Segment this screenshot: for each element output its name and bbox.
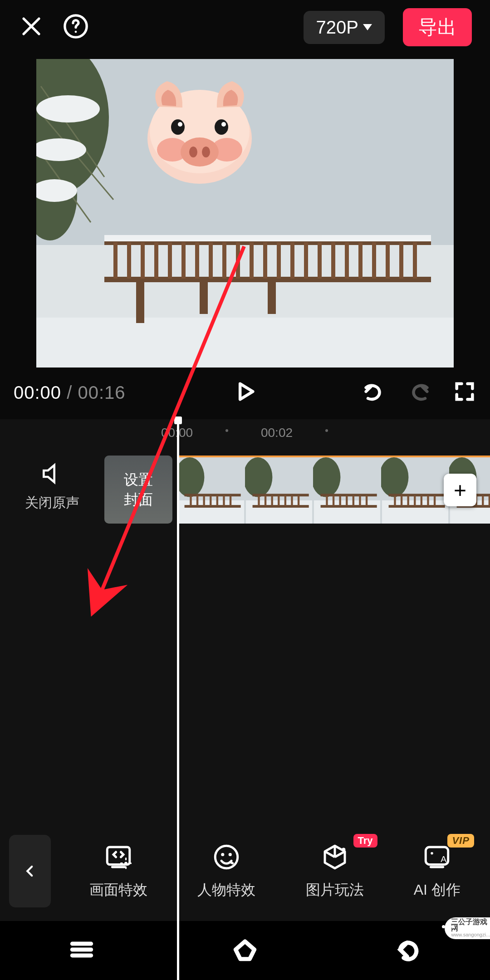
- resolution-button[interactable]: 720P: [304, 11, 385, 44]
- ai-icon: AI: [422, 842, 452, 872]
- svg-rect-68: [253, 505, 309, 508]
- svg-rect-28: [263, 242, 267, 279]
- resolution-label: 720P: [316, 17, 358, 38]
- track-area: 关闭原声 设置封面 +: [0, 456, 490, 546]
- nav-home-button[interactable]: [231, 936, 259, 965]
- ruler-dot: [325, 429, 328, 432]
- svg-rect-32: [318, 242, 322, 279]
- svg-rect-17: [113, 242, 118, 279]
- svg-rect-21: [168, 242, 172, 279]
- svg-point-114: [216, 846, 238, 868]
- svg-rect-108: [482, 496, 484, 506]
- cube-icon: [320, 842, 350, 872]
- effects-toolbar: 画面特效人物特效Try图片玩法VIPAIAI 创作: [0, 821, 490, 921]
- mute-original-audio[interactable]: 关闭原声: [0, 456, 104, 512]
- caret-down-icon: [363, 24, 372, 30]
- svg-rect-73: [284, 496, 286, 506]
- help-icon[interactable]: [63, 13, 89, 41]
- export-button[interactable]: 导出: [403, 8, 472, 46]
- svg-point-45: [171, 119, 185, 135]
- svg-rect-34: [345, 242, 349, 279]
- svg-rect-94: [401, 496, 402, 506]
- preview-content: [36, 59, 454, 368]
- svg-rect-13: [104, 277, 431, 282]
- tool-label: 人物特效: [197, 880, 255, 900]
- svg-point-46: [215, 119, 228, 135]
- duration: 00:16: [78, 382, 125, 402]
- tool-label: 图片玩法: [306, 880, 364, 900]
- svg-rect-59: [203, 496, 205, 506]
- tool-cube[interactable]: Try图片玩法: [306, 842, 364, 900]
- system-nav-bar: [0, 921, 490, 980]
- playhead[interactable]: [177, 419, 179, 980]
- try-badge: Try: [353, 834, 377, 848]
- nav-back-button[interactable]: [394, 936, 422, 965]
- svg-rect-95: [407, 496, 409, 506]
- svg-rect-93: [394, 496, 396, 506]
- svg-rect-86: [359, 496, 361, 506]
- svg-rect-57: [190, 496, 191, 506]
- svg-rect-20: [154, 242, 158, 279]
- svg-point-113: [124, 862, 127, 865]
- svg-rect-85: [353, 496, 354, 506]
- nav-menu-button[interactable]: [68, 936, 96, 965]
- close-icon[interactable]: [18, 13, 44, 41]
- svg-rect-19: [141, 242, 145, 279]
- tool-screen-fx[interactable]: 画面特效: [89, 842, 147, 900]
- svg-rect-82: [333, 496, 334, 506]
- redo-button[interactable]: [407, 380, 431, 405]
- clip-thumbnail[interactable]: [245, 457, 313, 524]
- svg-rect-79: [321, 494, 377, 496]
- svg-rect-81: [326, 496, 328, 506]
- clip-thumbnail[interactable]: [381, 457, 449, 524]
- transport-bar: 00:00 / 00:16: [0, 368, 490, 417]
- tool-ai[interactable]: VIPAIAI 创作: [414, 842, 461, 900]
- top-bar: 720P 导出: [0, 0, 490, 54]
- speaker-icon: [39, 461, 65, 486]
- svg-rect-75: [298, 496, 299, 506]
- svg-rect-99: [434, 496, 436, 506]
- svg-point-115: [221, 853, 225, 856]
- mute-label: 关闭原声: [0, 494, 104, 512]
- svg-rect-60: [210, 496, 211, 506]
- svg-point-50: [189, 147, 197, 157]
- clip-thumbnail[interactable]: [177, 457, 245, 524]
- svg-rect-37: [386, 242, 390, 279]
- tool-face-fx[interactable]: 人物特效: [197, 842, 255, 900]
- svg-point-120: [431, 852, 434, 855]
- set-cover-button[interactable]: 设置封面: [104, 456, 172, 524]
- svg-rect-67: [253, 494, 309, 496]
- svg-point-8: [36, 95, 100, 122]
- tool-label: 画面特效: [89, 880, 147, 900]
- svg-point-116: [229, 853, 232, 856]
- toolbar-back-button[interactable]: [9, 835, 51, 907]
- current-time: 00:00: [14, 382, 61, 402]
- play-button[interactable]: [233, 380, 257, 405]
- add-clip-button[interactable]: +: [444, 474, 476, 506]
- svg-rect-27: [250, 242, 254, 279]
- fullscreen-button[interactable]: [453, 380, 476, 405]
- svg-point-1: [75, 31, 77, 33]
- svg-rect-33: [331, 242, 335, 279]
- svg-rect-14: [136, 282, 144, 323]
- svg-rect-25: [222, 242, 226, 279]
- svg-rect-18: [127, 242, 131, 279]
- chevron-left-icon: [22, 863, 38, 879]
- svg-point-47: [178, 122, 182, 127]
- svg-rect-55: [185, 494, 241, 496]
- svg-rect-23: [195, 242, 199, 279]
- svg-rect-87: [366, 496, 368, 506]
- svg-rect-29: [277, 242, 281, 279]
- svg-rect-16: [268, 282, 276, 314]
- svg-point-48: [221, 122, 226, 127]
- svg-rect-97: [421, 496, 422, 506]
- undo-button[interactable]: [362, 380, 386, 405]
- svg-rect-36: [372, 242, 376, 279]
- svg-rect-40: [104, 235, 431, 240]
- clip-thumbnail[interactable]: [313, 457, 381, 524]
- pig-sticker: [147, 81, 252, 184]
- svg-rect-24: [209, 242, 213, 279]
- svg-rect-22: [181, 242, 186, 279]
- video-clip[interactable]: [177, 456, 490, 524]
- video-preview[interactable]: [36, 59, 454, 368]
